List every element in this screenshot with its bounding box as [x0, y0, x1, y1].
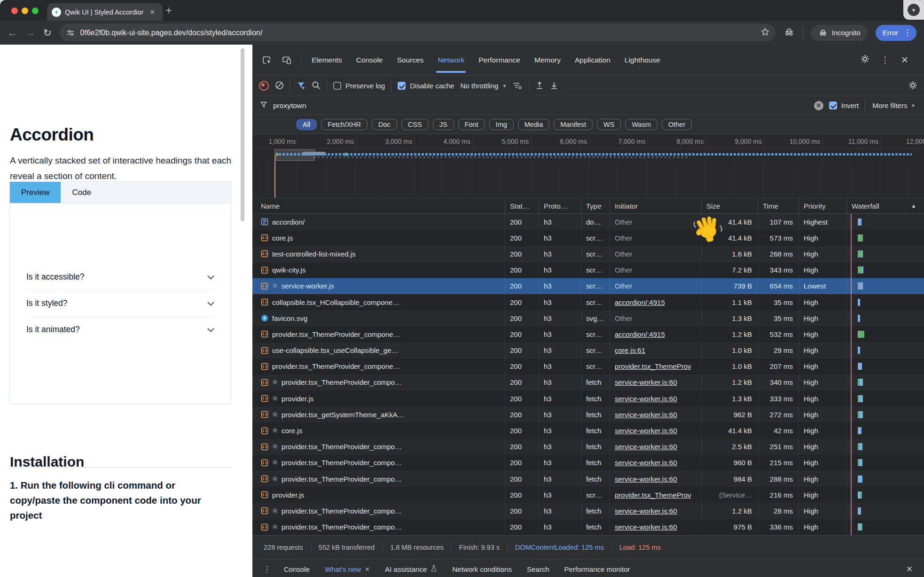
drawer-close-icon[interactable]: ✕ [900, 564, 919, 574]
request-name-cell[interactable]: provider.tsx_ThemeProvider_compo… [252, 471, 505, 487]
initiator-link[interactable]: provider.tsx_ThemeProv [615, 491, 691, 499]
new-tab-button[interactable]: + [165, 4, 172, 17]
reload-button[interactable]: ↻ [43, 28, 52, 38]
devtools-tab-console[interactable]: Console [350, 45, 389, 75]
drawer-tab-console[interactable]: Console [276, 559, 317, 577]
request-initiator[interactable]: accordion/:4915 [610, 326, 702, 342]
filter-chip-ws[interactable]: WS [597, 119, 621, 130]
request-name-cell[interactable]: provider.tsx_getSystemTheme_aKkA… [252, 406, 505, 422]
request-name-cell[interactable]: test-controlled-list-mixed.js [252, 246, 505, 262]
network-request-row[interactable]: provider.tsx_getSystemTheme_aKkA…200h3fe… [252, 406, 924, 422]
inspect-element-icon[interactable] [258, 55, 276, 65]
network-request-row[interactable]: favicon.svg200h3svg…Other1.3 kB35 msHigh [252, 310, 924, 326]
network-request-row[interactable]: provider.tsx_ThemeProvider_compone…200h3… [252, 359, 924, 374]
filter-chip-wasm[interactable]: Wasm [625, 119, 658, 130]
request-name-cell[interactable]: provider.js [252, 487, 505, 503]
column-header-name[interactable]: Name [252, 198, 505, 213]
network-overview-band[interactable] [252, 149, 924, 161]
request-initiator[interactable]: service-worker.js:60 [610, 503, 702, 519]
request-initiator[interactable]: service-worker.js:60 [610, 471, 702, 487]
request-name-cell[interactable]: provider.tsx_ThemeProvider_compo… [252, 455, 505, 471]
initiator-link[interactable]: service-worker.js:60 [615, 427, 677, 435]
network-request-row[interactable]: provider.tsx_ThemeProvider_compo…200h3fe… [252, 374, 924, 390]
filter-chip-fetch-xhr[interactable]: Fetch/XHR [321, 119, 368, 130]
initiator-link[interactable]: provider.tsx_ThemeProv [615, 362, 691, 370]
devtools-menu-icon[interactable]: ⋮ [877, 55, 893, 65]
network-request-row[interactable]: test-controlled-list-mixed.js200h3scr…Ot… [252, 246, 924, 262]
network-request-row[interactable]: provider.js200h3fetchservice-worker.js:6… [252, 390, 924, 406]
request-name-cell[interactable]: provider.tsx_ThemeProvider_compo… [252, 519, 505, 535]
checkbox-checked-icon[interactable] [829, 101, 837, 109]
drawer-tab-what-s-new[interactable]: What's new✕ [317, 559, 377, 577]
request-initiator[interactable]: core.js:61 [610, 343, 702, 359]
network-request-row[interactable]: core.js200h3fetchservice-worker.js:6041.… [252, 422, 924, 438]
window-zoom-button[interactable] [32, 8, 39, 14]
request-name-cell[interactable]: use-collapsible.tsx_useCollapsible_ge… [252, 343, 505, 359]
devtools-tab-lighthouse[interactable]: Lighthouse [619, 45, 666, 75]
search-icon[interactable] [312, 81, 321, 91]
column-header-proto[interactable]: Proto… [539, 198, 581, 213]
browser-tab[interactable]: Qwik UI | Styled Accordion Co ✕ [47, 3, 163, 21]
initiator-link[interactable]: service-worker.js:60 [615, 395, 677, 403]
record-network-log-button[interactable] [259, 81, 269, 91]
tab-code[interactable]: Code [61, 182, 102, 203]
request-name-cell[interactable]: provider.tsx_ThemeProvider_compo… [252, 374, 505, 390]
tab-close-icon[interactable]: ✕ [148, 8, 157, 17]
network-request-row[interactable]: provider.tsx_ThemeProvider_compo…200h3fe… [252, 503, 924, 519]
filter-chip-manifest[interactable]: Manifest [554, 119, 593, 130]
filter-chip-font[interactable]: Font [458, 119, 485, 130]
network-request-row[interactable]: provider.tsx_ThemeProvider_compo…200h3fe… [252, 439, 924, 455]
column-header-priority[interactable]: Priority [799, 198, 847, 213]
column-header-waterfall[interactable]: Waterfall▲ [847, 198, 924, 213]
network-request-row[interactable]: qwik-city.js200h3scr…Other7.2 kB343 msHi… [252, 262, 924, 278]
request-name-cell[interactable]: provider.tsx_ThemeProvider_compo… [252, 439, 505, 455]
filter-chip-js[interactable]: JS [433, 119, 454, 130]
initiator-link[interactable]: accordion/:4915 [615, 330, 665, 338]
url-text[interactable]: 0f6e2f0b.qwik-ui-site.pages.dev/docs/sty… [80, 29, 263, 37]
initiator-link[interactable]: service-worker.js:60 [615, 459, 677, 467]
request-name-cell[interactable]: accordion/ [252, 214, 505, 230]
sort-ascending-icon[interactable]: ▲ [911, 203, 919, 209]
initiator-link[interactable]: core.js:61 [615, 346, 645, 354]
devtools-tab-sources[interactable]: Sources [391, 45, 430, 75]
request-initiator[interactable]: service-worker.js:60 [610, 439, 702, 455]
filter-chip-other[interactable]: Other [662, 119, 692, 130]
browser-menu-error-button[interactable]: Error ⋮ [876, 25, 916, 41]
drawer-tab-search[interactable]: Search [519, 559, 557, 577]
request-initiator[interactable]: service-worker.js:60 [610, 406, 702, 422]
filter-chip-img[interactable]: Img [489, 119, 514, 130]
initiator-link[interactable]: service-worker.js:60 [615, 475, 677, 483]
tab-preview[interactable]: Preview [10, 182, 61, 203]
request-initiator[interactable]: service-worker.js:60 [610, 455, 702, 471]
accordion-trigger[interactable]: Is it accessible? [26, 264, 214, 290]
checkbox-unchecked-icon[interactable] [333, 82, 341, 90]
column-header-time[interactable]: Time [758, 198, 799, 213]
initiator-link[interactable]: service-worker.js:60 [615, 507, 677, 515]
network-request-row[interactable]: core.js200h3scr…Other41.4 kB573 msHigh [252, 230, 924, 246]
devtools-tab-elements[interactable]: Elements [305, 45, 348, 75]
column-header-initiator[interactable]: Initiator [610, 198, 702, 213]
forward-button[interactable]: → [25, 28, 35, 38]
network-request-row[interactable]: use-collapsible.tsx_useCollapsible_ge…20… [252, 343, 924, 359]
devtools-tab-performance[interactable]: Performance [472, 45, 526, 75]
network-request-row[interactable]: provider.tsx_ThemeProvider_compo…200h3fe… [252, 471, 924, 487]
network-request-row[interactable]: provider.tsx_ThemeProvider_compo…200h3fe… [252, 455, 924, 471]
window-minimize-button[interactable] [22, 8, 28, 14]
devtools-settings-gear-icon[interactable] [857, 55, 873, 66]
column-header-stat[interactable]: Stat… [505, 198, 539, 213]
address-bar[interactable]: 0f6e2f0b.qwik-ui-site.pages.dev/docs/sty… [60, 24, 775, 41]
clear-network-log-icon[interactable] [275, 81, 284, 91]
initiator-link[interactable]: service-worker.js:60 [615, 523, 677, 531]
devtools-close-icon[interactable]: ✕ [898, 55, 912, 65]
request-initiator[interactable]: provider.tsx_ThemeProv [610, 359, 702, 374]
network-request-row[interactable]: provider.js200h3scr…provider.tsx_ThemePr… [252, 487, 924, 503]
initiator-link[interactable]: service-worker.js:60 [615, 378, 677, 386]
network-request-row[interactable]: provider.tsx_ThemeProvider_compone…200h3… [252, 326, 924, 342]
incognito-indicator-icon[interactable] [783, 27, 795, 39]
filter-input[interactable]: proxytown [273, 101, 808, 110]
drawer-tab-performance-monitor[interactable]: Performance monitor [557, 559, 638, 577]
request-name-cell[interactable]: qwik-city.js [252, 262, 505, 278]
request-name-cell[interactable]: core.js [252, 422, 505, 438]
request-initiator[interactable]: service-worker.js:60 [610, 422, 702, 438]
request-initiator[interactable]: provider.tsx_ThemeProv [610, 487, 702, 503]
